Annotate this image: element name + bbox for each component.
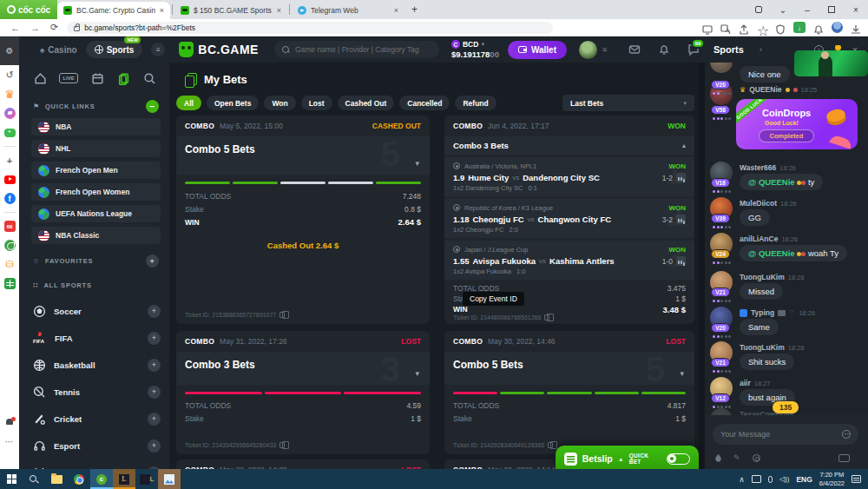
tab-bcgame-sports[interactable]: $ 150 BC.GAME Sports Parla × [174, 2, 287, 19]
completed-button[interactable]: Completed [759, 129, 814, 142]
coccoc-menu-button[interactable]: cốc cốc [0, 0, 57, 19]
bell-icon[interactable] [658, 43, 670, 56]
copy-icon[interactable] [544, 314, 549, 320]
message-input[interactable] [720, 430, 833, 439]
username[interactable]: MuleDiicot [740, 199, 777, 208]
facebook-icon[interactable]: f [4, 193, 16, 204]
add-favourite-button[interactable]: + [146, 254, 159, 268]
balance-block[interactable]: C BCD ▾ $9.19117800 [451, 40, 499, 59]
filter-all[interactable]: All [176, 96, 201, 110]
sort-select[interactable]: Last Bets▾ [562, 95, 694, 111]
back-icon[interactable]: ← [10, 23, 20, 33]
chevron-right-icon[interactable]: › [760, 45, 762, 54]
messenger-icon[interactable] [4, 108, 16, 119]
youtube-icon[interactable] [4, 174, 16, 185]
bet-card-cashed-out[interactable]: COMBO May 5, 2022, 15:00 CASHED OUT Comb… [176, 116, 430, 324]
nav-casino[interactable]: ♠Casino [40, 45, 77, 55]
rules-icon[interactable]: ✎ [733, 453, 740, 462]
tab-preview-icon[interactable] [746, 0, 771, 19]
expand-chevron-icon[interactable]: ▾ [680, 369, 684, 378]
hidden-icons-chevron[interactable]: ∧ [739, 475, 745, 484]
calendar-shortcut-icon[interactable]: 66 [4, 221, 16, 232]
bet-leg[interactable]: 3 Japan / J.League CupWON 1.55Avispa Fuk… [444, 241, 694, 280]
username[interactable]: aiir [740, 379, 751, 387]
bookmark-star-icon[interactable]: ☆ [757, 23, 767, 33]
tab-bcgame[interactable]: BC.Game: Crypto Casino Gan × [57, 2, 170, 19]
expand-tennis-button[interactable]: + [148, 386, 161, 399]
league-of-legends-icon[interactable]: L [113, 469, 135, 489]
forward-icon[interactable]: → [30, 23, 40, 33]
promo-thumbnail[interactable] [794, 50, 868, 76]
sport-esport[interactable]: Esport+ [19, 435, 169, 456]
quick-link-uefa-nations-league[interactable]: UEFA Nations League [31, 205, 161, 222]
avatar[interactable] [710, 63, 733, 73]
address-bar[interactable]: bc.game/sports?bt-path=%2Fbets [67, 22, 553, 34]
filter-cancelled[interactable]: Cancelled [399, 96, 450, 110]
shopping-cart-icon[interactable]: ⛁ [4, 259, 16, 270]
copy-icon[interactable] [279, 442, 285, 448]
unread-count-badge[interactable]: 135 [773, 401, 799, 413]
bcgame-logo[interactable]: BC.GAME [179, 42, 259, 57]
stats-icon[interactable] [676, 215, 686, 224]
coindrops-card[interactable]: GOOD LUCK CoinDrops Good Luck! Completed [736, 99, 858, 149]
collapse-quick-links-button[interactable]: – [146, 100, 159, 113]
wallet-button[interactable]: Wallet [508, 41, 567, 59]
lock-icon[interactable] [74, 26, 80, 31]
browser-profile-avatar[interactable] [832, 22, 843, 33]
stats-icon[interactable] [676, 173, 686, 182]
betslip-bar[interactable]: Betslip ▲ QUICK BET [556, 446, 699, 472]
quick-link-french-open-men[interactable]: French Open Men [31, 162, 161, 179]
coccoc-taskbar-icon[interactable]: c [90, 469, 113, 489]
coin-tip-icon[interactable] [753, 454, 760, 462]
quick-link-french-open-women[interactable]: French Open Women [31, 183, 161, 201]
network-icon[interactable] [752, 475, 761, 483]
search-input[interactable] [295, 45, 431, 54]
username[interactable]: QUEENie [749, 85, 781, 94]
emoji-icon[interactable] [842, 430, 851, 439]
quick-link-nba-classic[interactable]: NBA Classic [31, 227, 161, 244]
quick-link-nhl[interactable]: NHL [31, 140, 161, 157]
stats-icon[interactable] [676, 256, 686, 266]
close-button[interactable]: × [844, 0, 868, 19]
filter-cashed-out[interactable]: Cashed Out [338, 96, 395, 110]
sport-soccer[interactable]: Soccer+ [19, 301, 169, 321]
crown-rewards-icon[interactable]: ♛ [4, 89, 16, 100]
history-icon[interactable]: ↺ [4, 69, 16, 81]
reload-icon[interactable]: ⟳ [50, 22, 58, 33]
download-extension-icon[interactable]: ↓ [793, 22, 806, 33]
taskbar-search-icon[interactable] [23, 469, 45, 489]
quick-link-nba[interactable]: NBA [31, 118, 161, 135]
expand-chevron-icon[interactable]: ▾ [415, 159, 419, 168]
chat-room-title[interactable]: Sports [713, 44, 744, 55]
bet-card-lost[interactable]: COMBO May 30, 2022, 14:46 LOST Combo 5 B… [444, 331, 694, 454]
profile-menu-icon[interactable]: ≡ [602, 45, 606, 54]
filter-open-bets[interactable]: Open Bets [207, 96, 260, 110]
downloads-tray-icon[interactable] [851, 23, 861, 33]
my-bets-icon[interactable] [117, 71, 131, 85]
copy-icon[interactable] [279, 312, 285, 318]
mention[interactable]: @ QUEENie [748, 177, 795, 187]
sport-fifa[interactable]: FIFA FIFA+ [19, 327, 169, 348]
chevron-down-icon[interactable]: ▾ [481, 41, 484, 48]
chat-input[interactable] [713, 424, 858, 445]
shield-icon[interactable] [775, 23, 786, 33]
new-tab-button[interactable]: + [411, 3, 418, 16]
collapse-chevron-icon[interactable]: ▴ [682, 142, 686, 149]
copy-icon[interactable] [548, 442, 553, 448]
expand-fifa-button[interactable]: + [148, 332, 161, 345]
sheets-shortcut-icon[interactable] [4, 278, 16, 289]
username[interactable]: TuongLuKim [740, 273, 785, 281]
photos-app-icon[interactable] [158, 469, 181, 489]
mail-icon[interactable] [628, 43, 641, 56]
add-shortcut-icon[interactable]: + [4, 155, 16, 166]
bet-card-lost[interactable]: COMBO May 31, 2022, 17:26 LOST Combo 3 B… [176, 331, 430, 454]
league-client-icon[interactable]: L [135, 469, 158, 489]
settings-gear-icon[interactable]: ⚙ [6, 46, 14, 56]
rain-icon[interactable] [715, 454, 721, 462]
volume-icon[interactable]: ◁)) [779, 475, 789, 483]
more-icon[interactable]: ⋯ [4, 436, 16, 447]
games-icon[interactable] [4, 127, 16, 138]
chat-icon[interactable]: 99 [687, 43, 700, 56]
search-icon[interactable] [143, 71, 157, 85]
username[interactable]: Typing [751, 308, 774, 317]
